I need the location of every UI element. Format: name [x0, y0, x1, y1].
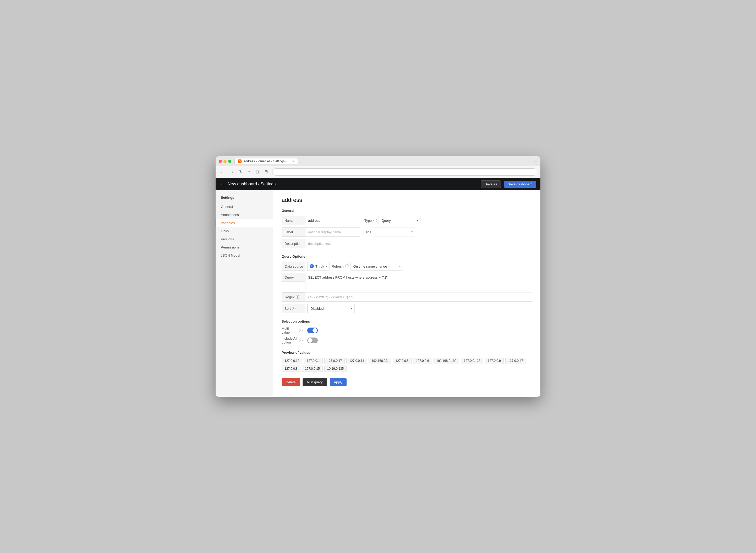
general-section: General Name Type i Query Custom: [282, 209, 532, 248]
maximize-button[interactable]: [228, 160, 231, 163]
type-info-icon[interactable]: i: [373, 219, 377, 222]
sort-info-icon[interactable]: i: [292, 307, 296, 310]
preview-value-tag: 192.168.0.199: [434, 358, 459, 364]
sidebar: Settings General Annotations Variables L…: [216, 190, 273, 397]
regex-input[interactable]: [305, 293, 532, 301]
name-field-group: Name: [282, 216, 360, 225]
preview-value-tag: 127.0.0.47: [505, 358, 526, 364]
query-textarea[interactable]: [305, 273, 532, 289]
preview-value-tag: 10.19.0.135: [324, 366, 347, 372]
sidebar-item-variables[interactable]: Variables: [216, 219, 273, 227]
cast-button[interactable]: ⊡: [254, 168, 260, 175]
refresh-select-wrapper: On time range change On dashboard load N…: [351, 262, 403, 271]
titlebar: G address - Variables - Settings - ... ✕…: [216, 156, 540, 166]
regex-row: Regex i: [282, 292, 532, 302]
address-bar[interactable]: [272, 168, 537, 176]
multi-value-info-icon[interactable]: i: [299, 329, 303, 332]
browser-toolbar: ← → ↻ ⌂ ⊡ ⛨: [216, 166, 540, 178]
include-all-toggle[interactable]: [307, 337, 318, 343]
forward-button[interactable]: →: [228, 169, 235, 175]
minimize-button[interactable]: [223, 160, 227, 163]
refresh-label: Refresh: [332, 264, 344, 268]
regex-label: Regex i: [282, 293, 305, 301]
include-all-label-cell: Include All option i: [282, 336, 305, 344]
sidebar-item-links[interactable]: Links: [216, 227, 273, 235]
preview-value-tag: 127.0.0.15: [302, 366, 323, 372]
hide-label: Hide: [364, 230, 371, 234]
browser-window: G address - Variables - Settings - ... ✕…: [216, 156, 540, 397]
name-type-row: Name Type i Query Custom Constant Dataso…: [282, 216, 532, 225]
name-label: Name: [282, 216, 305, 225]
regex-info-icon[interactable]: i: [296, 295, 299, 299]
multi-value-toggle[interactable]: [307, 328, 318, 333]
preview-value-tag: 127.0.0.1: [304, 358, 323, 364]
sort-label-cell: Sort i: [282, 304, 305, 313]
close-button[interactable]: [219, 160, 222, 163]
datasource-name: Thruk: [315, 264, 324, 268]
general-section-label: General: [282, 209, 532, 213]
sidebar-item-general[interactable]: General: [216, 203, 273, 211]
description-field-group: Description: [282, 239, 532, 248]
preview-value-tag: 127.0.0.123: [461, 358, 483, 364]
label-field-group: Label: [282, 227, 360, 237]
multi-value-row: Multi-value i: [282, 326, 532, 334]
traffic-lights: [219, 160, 231, 163]
delete-button[interactable]: Delete: [282, 378, 300, 386]
preview-value-tag: 127.0.0.12: [282, 358, 302, 364]
sidebar-item-permissions[interactable]: Permissions: [216, 243, 273, 251]
save-dashboard-button[interactable]: Save dashboard: [504, 181, 536, 188]
preview-value-tag: 192.168.90.: [369, 358, 391, 364]
header-back-button[interactable]: ←: [220, 181, 225, 187]
preview-values: 127.0.0.12127.0.0.1127.0.0.17127.0.0.111…: [282, 358, 532, 372]
query-label: Query: [282, 273, 305, 282]
sidebar-item-annotations[interactable]: Annotations: [216, 211, 273, 219]
include-all-toggle-knob: [308, 338, 312, 343]
tab-close-icon[interactable]: ✕: [292, 160, 294, 163]
save-as-button[interactable]: Save as: [481, 180, 501, 188]
sidebar-heading: Settings: [216, 195, 273, 203]
refresh-info-icon[interactable]: i: [345, 264, 349, 268]
datasource-arrow-icon: ▾: [326, 265, 327, 268]
query-options-section: Query Options Data source T Thruk ▾ Refr…: [282, 254, 532, 313]
browser-tab[interactable]: G address - Variables - Settings - ... ✕: [234, 158, 298, 164]
sort-select[interactable]: Disabled Alphabetical (asc) Alphabetical…: [308, 304, 355, 313]
datasource-label: Data source: [282, 262, 305, 271]
regex-field-group: Regex i: [282, 292, 532, 302]
selection-options-label: Selection options: [282, 319, 532, 323]
reload-button[interactable]: ↻: [238, 168, 244, 175]
home-button[interactable]: ⌂: [246, 169, 252, 175]
run-query-button[interactable]: Run query: [303, 378, 327, 386]
query-row: Query: [282, 273, 532, 290]
sort-select-wrapper: Disabled Alphabetical (asc) Alphabetical…: [307, 304, 355, 313]
query-options-label: Query Options: [282, 254, 532, 258]
multi-value-label: Multi-value: [282, 326, 298, 334]
type-select[interactable]: Query Custom Constant Datasource: [379, 216, 421, 225]
refresh-select[interactable]: On time range change On dashboard load N…: [351, 262, 403, 271]
datasource-label-group: Data source: [282, 261, 305, 271]
refresh-section: Refresh i On time range change On dashbo…: [332, 262, 403, 271]
main-layout: Settings General Annotations Variables L…: [216, 190, 540, 397]
datasource-selector[interactable]: T Thruk ▾: [307, 262, 329, 271]
include-all-label: Include All option: [282, 336, 298, 344]
back-button[interactable]: ←: [219, 169, 226, 175]
tab-favicon: G: [238, 159, 241, 163]
page-title: address: [282, 196, 532, 204]
preview-value-tag: 127.0.0.17: [324, 358, 345, 364]
bottom-actions: Delete Run query Apply: [282, 378, 532, 390]
name-input[interactable]: [305, 216, 360, 225]
include-all-row: Include All option i: [282, 336, 532, 344]
description-input[interactable]: [305, 239, 532, 248]
header-title: New dashboard / Settings: [228, 182, 276, 186]
preview-value-tag: 127.0.0.8: [282, 366, 300, 372]
selection-options-section: Selection options Multi-value i Include …: [282, 319, 532, 344]
include-all-info-icon[interactable]: i: [299, 338, 303, 342]
sidebar-item-versions[interactable]: Versions: [216, 235, 273, 243]
label-input[interactable]: [305, 228, 360, 236]
preview-value-tag: 127.0.0.11: [346, 358, 367, 364]
preview-label: Preview of values: [282, 350, 532, 354]
preview-value-tag: 127.0.0.9: [485, 358, 504, 364]
shield-button[interactable]: ⛨: [263, 169, 270, 175]
sidebar-item-json-model[interactable]: JSON Model: [216, 251, 273, 259]
apply-button[interactable]: Apply: [330, 378, 347, 386]
hide-select[interactable]: Variable Label: [373, 228, 415, 236]
